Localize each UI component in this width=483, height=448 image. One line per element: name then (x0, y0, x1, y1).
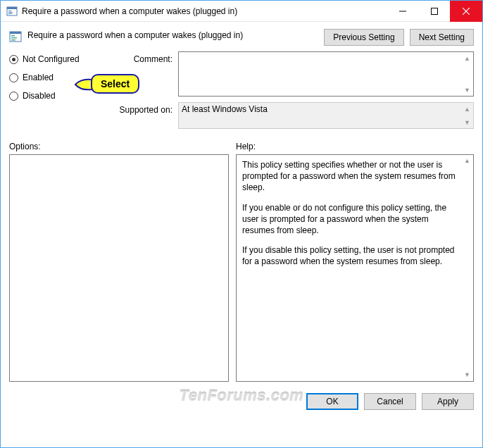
scroll-down-icon[interactable]: ▼ (462, 117, 472, 127)
minimize-button[interactable] (387, 1, 418, 22)
ok-button[interactable]: OK (306, 393, 358, 410)
next-setting-button[interactable]: Next Setting (410, 29, 474, 46)
titlebar: Require a password when a computer wakes… (1, 1, 482, 22)
scroll-up-icon[interactable]: ▲ (462, 156, 472, 166)
svg-rect-10 (10, 32, 21, 34)
svg-rect-13 (11, 39, 15, 41)
scroll-up-icon[interactable]: ▲ (462, 53, 472, 63)
apply-button[interactable]: Apply (422, 393, 474, 410)
policy-icon (9, 30, 22, 43)
radio-not-configured[interactable]: Not Configured (9, 54, 108, 64)
scroll-down-icon[interactable]: ▼ (462, 370, 472, 380)
radio-disabled[interactable]: Disabled (9, 91, 108, 101)
comment-textarea[interactable]: ▲ ▼ (178, 51, 474, 97)
policy-icon (6, 6, 18, 17)
maximize-button[interactable] (418, 1, 450, 22)
svg-rect-11 (11, 35, 15, 37)
help-label: Help: (236, 142, 474, 151)
radio-label: Not Configured (23, 54, 80, 64)
options-label: Options: (9, 142, 229, 151)
previous-setting-button[interactable]: Previous Setting (324, 29, 403, 46)
radio-label: Disabled (23, 91, 56, 101)
cancel-button[interactable]: Cancel (364, 393, 416, 410)
supported-label: Supported on: (115, 102, 178, 129)
svg-rect-12 (11, 37, 17, 39)
close-button[interactable] (450, 1, 482, 22)
radio-icon (9, 73, 18, 82)
svg-rect-4 (8, 13, 12, 14)
scroll-up-icon[interactable]: ▲ (462, 104, 472, 114)
comment-label: Comment: (115, 51, 178, 97)
svg-rect-6 (431, 8, 437, 15)
radio-icon (9, 55, 18, 64)
window-title: Require a password when a computer wakes… (22, 6, 237, 16)
options-panel (9, 154, 229, 382)
svg-rect-2 (8, 11, 11, 11)
help-panel: This policy setting specifies whether or… (236, 154, 474, 382)
policy-name: Require a password when a computer wakes… (27, 29, 318, 40)
radio-icon (9, 92, 18, 101)
radio-enabled[interactable]: Enabled (9, 73, 108, 82)
supported-on-box: At least Windows Vista ▲ ▼ (178, 102, 474, 129)
scroll-down-icon[interactable]: ▼ (462, 85, 472, 95)
svg-rect-3 (8, 12, 13, 13)
svg-rect-1 (7, 7, 17, 9)
radio-label: Enabled (23, 73, 54, 82)
